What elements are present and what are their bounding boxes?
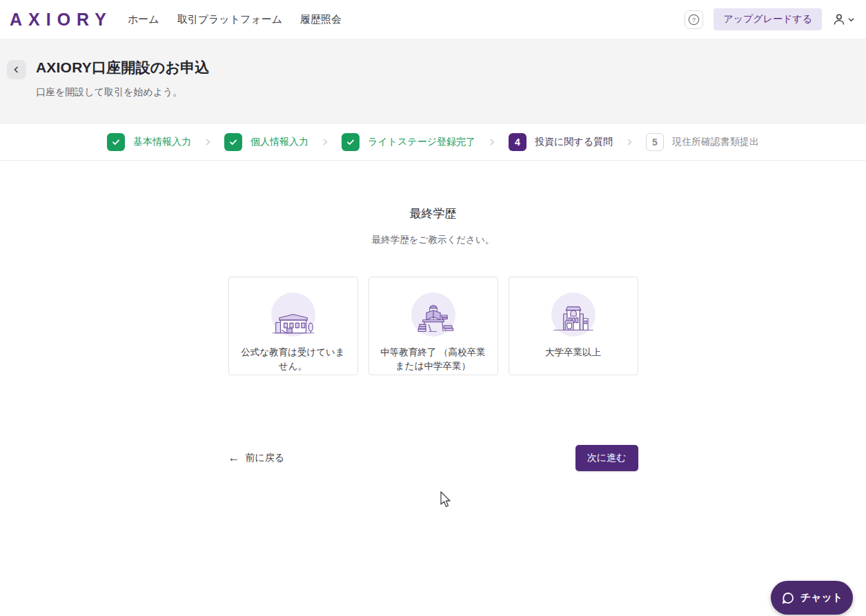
check-icon: [342, 133, 360, 151]
option-label: 大学卒業以上: [534, 346, 612, 359]
option-no-formal-education[interactable]: 公式な教育は受けていません。: [228, 277, 358, 375]
form-actions: ← 前に戻る 次に進む: [228, 445, 638, 471]
step-separator-icon: [204, 138, 212, 146]
progress-stepper: 基本情報入力 個人情報入力 ライトステージ登録完了 4 投資に関する質問 5: [0, 124, 866, 161]
nav-item-history[interactable]: 履歴照会: [300, 13, 342, 26]
speech-bubble-icon: [781, 591, 795, 605]
axiory-logo[interactable]: AXIORY: [10, 10, 112, 30]
university-illustration: [551, 292, 596, 337]
chevron-left-icon: [12, 66, 21, 74]
check-icon: [107, 133, 125, 151]
step-separator-icon: [625, 138, 633, 146]
page-subtitle: 口座を開設して取引を始めよう。: [36, 86, 866, 99]
step-separator-icon: [321, 138, 329, 146]
option-secondary-education[interactable]: 中等教育終了 （高校卒業または中学卒業）: [368, 277, 498, 375]
step-investment-questions[interactable]: 4 投資に関する質問: [509, 133, 613, 151]
step-basic-info[interactable]: 基本情報入力: [107, 133, 191, 151]
chevron-down-icon: [847, 16, 855, 23]
school-illustration: [271, 292, 315, 337]
page-title: AXIORY口座開設のお申込: [36, 58, 866, 77]
user-avatar-icon: [832, 12, 846, 26]
main-nav: ホーム 取引プラットフォーム 履歴照会: [128, 13, 342, 26]
question-circle-icon: ?: [688, 14, 700, 26]
question-title: 最終学歴: [0, 206, 866, 221]
header-back-button[interactable]: [7, 60, 26, 79]
education-options: 公式な教育は受けていません。: [0, 277, 866, 375]
step-address-proof[interactable]: 5 現住所確認書類提出: [646, 133, 759, 151]
navbar-right: ? アップグレードする: [685, 8, 855, 30]
person-reading-illustration: [411, 292, 455, 337]
svg-text:?: ?: [692, 16, 696, 23]
step-number-badge: 4: [509, 133, 527, 151]
question-subtitle: 最終学歴をご教示ください。: [0, 234, 866, 246]
upgrade-button[interactable]: アップグレードする: [714, 8, 822, 30]
page-header: AXIORY口座開設のお申込 口座を開設して取引を始めよう。: [0, 39, 866, 124]
chat-button[interactable]: チャット: [771, 581, 853, 615]
help-button[interactable]: ?: [685, 10, 703, 29]
back-link[interactable]: ← 前に戻る: [228, 451, 285, 465]
step-separator-icon: [488, 138, 496, 146]
nav-item-trading-platform[interactable]: 取引プラットフォーム: [177, 13, 282, 26]
step-lite-stage-complete[interactable]: ライトステージ登録完了: [342, 133, 475, 151]
nav-item-home[interactable]: ホーム: [128, 13, 159, 26]
top-navbar: AXIORY ホーム 取引プラットフォーム 履歴照会 ? アップグレードする: [0, 0, 866, 39]
option-label: 中等教育終了 （高校卒業または中学卒業）: [369, 346, 498, 374]
step-number-badge: 5: [646, 133, 664, 151]
option-label: 公式な教育は受けていません。: [229, 346, 357, 374]
step-personal-info[interactable]: 個人情報入力: [224, 133, 308, 151]
check-icon: [224, 133, 242, 151]
next-button[interactable]: 次に進む: [575, 445, 638, 471]
main-content: 最終学歴 最終学歴をご教示ください。: [0, 206, 866, 471]
arrow-left-icon: ←: [228, 451, 240, 465]
mouse-cursor: [440, 491, 453, 509]
user-menu[interactable]: [832, 12, 855, 26]
option-university-graduate[interactable]: 大学卒業以上: [509, 277, 638, 375]
